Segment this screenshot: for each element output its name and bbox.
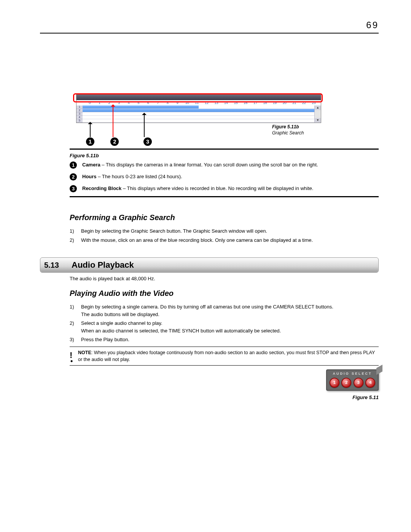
hour-tick: 8 <box>163 101 173 105</box>
figure-caption-right: Figure 5.11b Graphic Search <box>272 124 322 136</box>
scroll-down-icon[interactable]: ▼ <box>315 118 321 123</box>
timeline-scrollbar[interactable]: ▲ ▼ <box>314 105 321 123</box>
hour-tick: 19 <box>270 101 280 105</box>
legend-row: 3Recording Block – This displays where v… <box>70 185 379 192</box>
camera-row-label: 5 <box>76 119 83 123</box>
hour-tick: 1 <box>95 101 105 105</box>
hour-tick: 13 <box>212 101 221 105</box>
legend-text: Camera – This displays the cameras in a … <box>82 161 318 169</box>
page-number: 69 <box>366 20 379 30</box>
audio-select-widget: AUDIO SELECT 1234 <box>326 369 379 391</box>
section-number: 5.13 <box>40 261 72 270</box>
list-item: 3)Press the Play button. <box>70 336 379 343</box>
camera-row-label: 3 <box>76 112 83 116</box>
note-block: ! NOTE: When you playback video footage … <box>70 347 379 366</box>
arrow-1 <box>90 123 91 137</box>
list-item: 1)Begin by selecting the Graphic Search … <box>70 227 379 235</box>
graphic-search-steps: 1)Begin by selecting the Graphic Search … <box>70 227 379 244</box>
audio-channel-4-button[interactable]: 4 <box>365 378 375 388</box>
legend-num: 3 <box>70 185 77 192</box>
legend-row: 2Hours – The hours 0-23 are listed (24 h… <box>70 173 379 181</box>
legend-text: Recording Block – This displays where vi… <box>82 185 313 192</box>
timeline-camera-column: 12345 <box>76 105 83 123</box>
hour-tick: 6 <box>143 101 153 105</box>
timeline-grid[interactable] <box>83 105 314 123</box>
audio-channel-3-button[interactable]: 3 <box>354 378 363 388</box>
hour-tick: 17 <box>250 101 260 105</box>
hour-tick: 16 <box>241 101 251 105</box>
legend-num: 1 <box>70 161 77 169</box>
hour-tick: 15 <box>231 101 241 105</box>
top-rule <box>40 33 379 34</box>
section-header-audio-playback: 5.13 Audio Playback <box>40 257 379 273</box>
callout-3: 3 <box>143 137 152 146</box>
subheading-playing-audio: Playing Audio with the Video <box>70 289 379 298</box>
hour-tick: 14 <box>221 101 231 105</box>
hour-tick: 9 <box>172 101 182 105</box>
hour-tick: 23 <box>309 101 319 105</box>
hour-tick: 4 <box>124 101 134 105</box>
scroll-up-icon[interactable]: ▲ <box>315 105 321 110</box>
callout-1: 1 <box>86 137 94 146</box>
arrow-3 <box>144 114 145 137</box>
camera-row-label: 2 <box>76 109 83 112</box>
camera-row-label: 1 <box>76 105 83 109</box>
audio-channel-1-button[interactable]: 1 <box>330 378 339 388</box>
legend-row: 1Camera – This displays the cameras in a… <box>70 161 379 169</box>
hour-tick: 21 <box>289 101 299 105</box>
audio-channel-2-button[interactable]: 2 <box>341 378 351 388</box>
legend-num: 2 <box>70 173 77 181</box>
hour-tick: 5 <box>134 101 143 105</box>
legend-title: Figure 5.11b <box>70 153 379 158</box>
audio-steps: 1)Begin by selecting a single camera. Do… <box>70 303 379 343</box>
hour-tick: 0 <box>85 101 95 105</box>
timeline-titlebar <box>76 95 321 100</box>
hour-tick: 22 <box>299 101 309 105</box>
hour-tick: 7 <box>153 101 163 105</box>
note-icon: ! <box>70 349 78 363</box>
widget-corner-decoration <box>376 364 382 375</box>
list-item: 2)Select a single audio channel to play.… <box>70 320 379 334</box>
hour-tick: 3 <box>114 101 124 105</box>
figure-legend: Figure 5.11b 1Camera – This displays the… <box>70 149 379 197</box>
arrow-2 <box>113 106 113 137</box>
callout-2: 2 <box>110 137 119 146</box>
subheading-graphic-search: Performing a Graphic Search <box>70 213 379 222</box>
audio-intro-text: The audio is played back at 48,000 Hz. <box>70 275 379 282</box>
figure-callouts: 1 2 3 <box>86 137 166 146</box>
list-item: 1)Begin by selecting a single camera. Do… <box>70 303 379 318</box>
audio-select-caption: Figure 5.11 <box>318 395 379 400</box>
hour-tick: 18 <box>260 101 270 105</box>
hour-tick: 20 <box>280 101 290 105</box>
camera-row-label: 4 <box>76 116 83 119</box>
hour-tick: 12 <box>202 101 212 105</box>
legend-text: Hours – The hours 0-23 are listed (24 ho… <box>82 173 182 181</box>
section-title: Audio Playback <box>72 260 134 270</box>
audio-select-title: AUDIO SELECT <box>327 370 378 377</box>
list-item: 2)With the mouse, click on an area of th… <box>70 236 379 244</box>
hour-tick: 10 <box>182 101 192 105</box>
hour-tick: 11 <box>192 101 202 105</box>
